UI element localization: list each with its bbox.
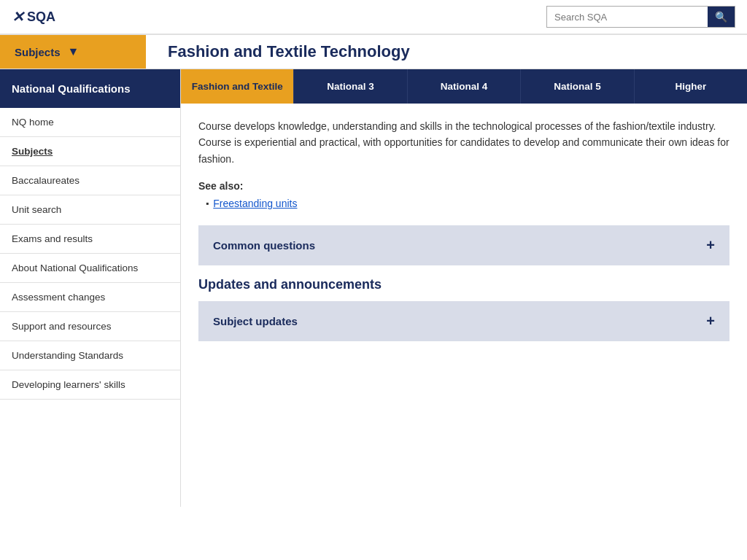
- search-bar: 🔍: [546, 6, 735, 28]
- content-area: Fashion and TextileNational 3National 4N…: [181, 69, 747, 507]
- logo-text: SQA: [27, 9, 55, 25]
- chevron-down-icon: ▼: [68, 45, 80, 58]
- see-also-label: See also:: [198, 180, 243, 192]
- sidebar-nav-item[interactable]: Assessment changes: [0, 283, 180, 311]
- sidebar-nav-item[interactable]: NQ home: [0, 108, 180, 136]
- sidebar-nav-item[interactable]: Baccalaureates: [0, 166, 180, 195]
- updates-heading: Updates and announcements: [198, 277, 729, 292]
- subject-updates-accordion[interactable]: Subject updates +: [198, 301, 729, 341]
- sidebar-nav-item[interactable]: Exams and results: [0, 225, 180, 253]
- common-questions-accordion[interactable]: Common questions +: [198, 225, 729, 265]
- page-title: Fashion and Textile Technology: [146, 42, 410, 61]
- sidebar-nav: NQ homeSubjectsBaccalaureatesUnit search…: [0, 108, 180, 400]
- sidebar: National Qualifications NQ homeSubjectsB…: [0, 69, 181, 507]
- sidebar-nav-item[interactable]: Unit search: [0, 195, 180, 224]
- sidebar-nav-item[interactable]: About National Qualifications: [0, 254, 180, 282]
- tab-item[interactable]: National 3: [294, 69, 407, 104]
- sidebar-heading: National Qualifications: [0, 69, 180, 108]
- content-body: Course develops knowledge, understanding…: [181, 104, 747, 356]
- main-layout: National Qualifications NQ homeSubjectsB…: [0, 69, 747, 507]
- tab-item[interactable]: Fashion and Textile: [181, 69, 294, 104]
- search-input[interactable]: [547, 8, 708, 26]
- freestanding-units-link[interactable]: Freestanding units: [213, 198, 297, 209]
- search-button[interactable]: 🔍: [708, 7, 735, 27]
- sidebar-nav-item[interactable]: Developing learners' skills: [0, 370, 180, 399]
- subjects-bar: Subjects ▼ Fashion and Textile Technolog…: [0, 35, 747, 69]
- tabs-bar: Fashion and TextileNational 3National 4N…: [181, 69, 747, 104]
- tab-item[interactable]: National 4: [408, 69, 521, 104]
- course-description: Course develops knowledge, understanding…: [198, 118, 729, 167]
- common-questions-title: Common questions: [213, 239, 315, 252]
- sidebar-nav-item[interactable]: Understanding Standards: [0, 341, 180, 370]
- subject-updates-expand-icon: +: [706, 313, 715, 330]
- header: ✕ SQA 🔍: [0, 0, 747, 35]
- see-also: See also:: [198, 180, 729, 192]
- subject-updates-title: Subject updates: [213, 315, 298, 327]
- see-also-list-item: Freestanding units: [206, 196, 729, 211]
- logo-x-icon: ✕: [12, 8, 24, 26]
- accordion-expand-icon: +: [706, 237, 715, 254]
- tab-item[interactable]: National 5: [521, 69, 634, 104]
- sidebar-nav-item[interactable]: Support and resources: [0, 312, 180, 341]
- subjects-button[interactable]: Subjects ▼: [0, 35, 146, 69]
- subjects-label: Subjects: [15, 46, 61, 58]
- logo: ✕ SQA: [12, 8, 55, 26]
- tab-item[interactable]: Higher: [635, 69, 747, 104]
- see-also-list: Freestanding units: [198, 196, 729, 211]
- sidebar-nav-item[interactable]: Subjects: [0, 137, 180, 166]
